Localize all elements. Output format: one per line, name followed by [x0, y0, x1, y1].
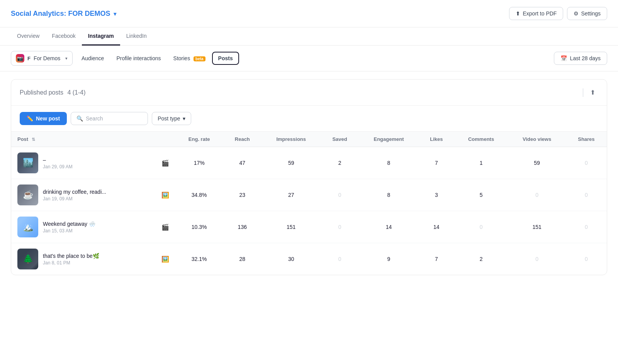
saved-cell: 0: [321, 211, 359, 243]
shares-cell: 0: [566, 243, 607, 275]
post-date: Jan 29, 09 AM: [43, 164, 154, 169]
export-pdf-button[interactable]: ⬆ Export to PDF: [509, 7, 563, 20]
likes-cell: 3: [419, 179, 454, 211]
table-row[interactable]: 🏔️ Weekend getaway 🌨️ Jan 15, 03 AM 🎬 10…: [11, 211, 607, 243]
date-range-button[interactable]: 📅 Last 28 days: [554, 52, 607, 65]
settings-button[interactable]: ⚙ Settings: [567, 7, 607, 20]
table-header-row: Post ⇅ Eng. rate Reach Impressions Saved…: [11, 132, 607, 147]
tab-linkedin[interactable]: LinkedIn: [120, 27, 153, 46]
col-shares: Shares: [566, 132, 607, 147]
comments-cell: 5: [454, 179, 508, 211]
upload-icon: ⬆: [516, 10, 520, 17]
reach-cell: 136: [223, 211, 261, 243]
post-thumbnail: ☕: [17, 185, 38, 205]
account-selector[interactable]: 📷 F For Demos ▾: [11, 51, 73, 66]
search-input[interactable]: [86, 115, 140, 122]
col-post: Post ⇅: [11, 132, 175, 147]
col-comments: Comments: [454, 132, 508, 147]
post-type-button[interactable]: Post type ▾: [152, 112, 191, 125]
post-title: –: [43, 157, 143, 163]
engagement-cell: 8: [359, 179, 419, 211]
account-chevron-icon: ▾: [65, 56, 68, 61]
impressions-cell: 27: [261, 179, 321, 211]
video-views-cell: 0: [508, 243, 565, 275]
likes-cell: 7: [419, 243, 454, 275]
tab-overview[interactable]: Overview: [11, 27, 46, 46]
table-row[interactable]: 🏙️ – Jan 29, 09 AM 🎬 17% 47 59 2 8 7 1 5…: [11, 147, 607, 179]
posts-table: Post ⇅ Eng. rate Reach Impressions Saved…: [11, 132, 607, 275]
sort-icon[interactable]: ⇅: [32, 137, 35, 142]
post-thumbnail: 🏔️: [17, 217, 38, 237]
date-range-label: Last 28 days: [570, 55, 601, 61]
table-row[interactable]: ☕ drinking my coffee, readi... Jan 19, 0…: [11, 179, 607, 211]
table-row[interactable]: 🌲 that's the place to be🌿 Jan 8, 01 PM 🖼…: [11, 243, 607, 275]
post-cell-2: 🏔️ Weekend getaway 🌨️ Jan 15, 03 AM 🎬: [11, 211, 175, 243]
comments-cell: 0: [454, 211, 508, 243]
reach-cell: 23: [223, 179, 261, 211]
chevron-down-icon: ▾: [183, 115, 185, 122]
engagement-cell: 9: [359, 243, 419, 275]
comments-cell: 2: [454, 243, 508, 275]
search-wrapper: 🔍: [71, 112, 148, 125]
eng-rate-cell: 10.3%: [175, 211, 223, 243]
post-title: Weekend getaway 🌨️: [43, 221, 143, 227]
tab-instagram[interactable]: Instagram: [82, 27, 120, 46]
impressions-cell: 30: [261, 243, 321, 275]
section-export-button[interactable]: ⬆: [587, 86, 598, 98]
shares-cell: 0: [566, 211, 607, 243]
post-type-icon: 🖼️: [161, 256, 169, 263]
reach-cell: 47: [223, 147, 261, 179]
video-views-cell: 59: [508, 147, 565, 179]
col-likes: Likes: [419, 132, 454, 147]
post-title: that's the place to be🌿: [43, 253, 143, 259]
new-post-button[interactable]: ✏️ New post: [20, 112, 67, 125]
filter-audience[interactable]: Audience: [76, 52, 110, 64]
post-date: Jan 8, 01 PM: [43, 260, 154, 266]
published-posts-section: Published posts 4 (1-4) ⬆ ✏️ New post �: [11, 79, 607, 275]
tab-facebook[interactable]: Facebook: [46, 27, 81, 46]
reach-cell: 28: [223, 243, 261, 275]
comments-cell: 1: [454, 147, 508, 179]
post-thumbnail: 🌲: [17, 249, 38, 269]
video-views-cell: 151: [508, 211, 565, 243]
filter-posts[interactable]: Posts: [212, 52, 239, 65]
edit-icon: ✏️: [27, 115, 33, 122]
filter-stories[interactable]: Stories beta: [168, 52, 211, 64]
main-content: Published posts 4 (1-4) ⬆ ✏️ New post �: [0, 71, 618, 283]
saved-cell: 0: [321, 179, 359, 211]
export-icon: ⬆: [590, 89, 595, 96]
section-actions: ⬆: [583, 86, 598, 98]
col-reach: Reach: [223, 132, 261, 147]
post-cell-0: 🏙️ – Jan 29, 09 AM 🎬: [11, 147, 175, 179]
account-initial: F: [27, 56, 31, 61]
settings-label: Settings: [581, 10, 601, 17]
post-info: – Jan 29, 09 AM: [43, 157, 154, 169]
brand-chevron[interactable]: ▾: [114, 11, 116, 17]
post-title: drinking my coffee, readi...: [43, 189, 143, 195]
app-header: Social Analytics: FOR DEMOS ▾ ⬆ Export t…: [0, 0, 618, 27]
post-date: Jan 15, 03 AM: [43, 228, 154, 234]
export-label: Export to PDF: [523, 10, 557, 17]
post-type-icon: 🖼️: [161, 191, 169, 199]
section-count: 4 (1-4): [67, 89, 85, 96]
post-type-icon: 🎬: [161, 223, 169, 231]
posts-toolbar: ✏️ New post 🔍 Post type ▾: [11, 106, 607, 132]
col-engagement: Engagement: [359, 132, 419, 147]
post-cell-1: ☕ drinking my coffee, readi... Jan 19, 0…: [11, 179, 175, 211]
post-type-label: Post type: [158, 115, 180, 122]
video-views-cell: 0: [508, 179, 565, 211]
saved-cell: 0: [321, 243, 359, 275]
engagement-cell: 14: [359, 211, 419, 243]
section-header: Published posts 4 (1-4) ⬆: [11, 80, 607, 106]
col-impressions: Impressions: [261, 132, 321, 147]
col-video-views: Video views: [508, 132, 565, 147]
saved-cell: 2: [321, 147, 359, 179]
likes-cell: 7: [419, 147, 454, 179]
sub-header-left: 📷 F For Demos ▾ Audience Profile interac…: [11, 51, 239, 66]
beta-badge: beta: [194, 56, 205, 61]
post-info: Weekend getaway 🌨️ Jan 15, 03 AM: [43, 221, 154, 234]
engagement-cell: 8: [359, 147, 419, 179]
account-name: For Demos: [34, 55, 62, 61]
filter-profile-interactions[interactable]: Profile interactions: [110, 52, 166, 64]
col-post-label: Post: [17, 136, 28, 142]
